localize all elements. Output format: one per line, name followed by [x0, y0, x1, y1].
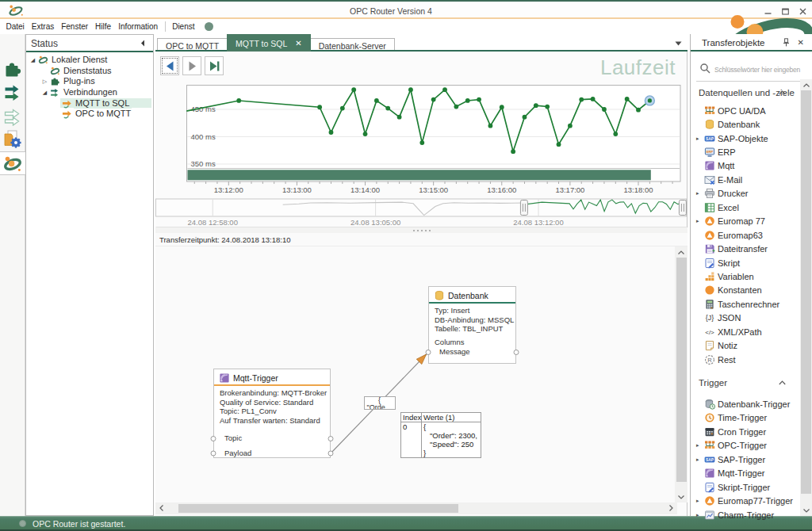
opcrouter-logo-icon[interactable] — [2, 154, 23, 174]
scroll-right-icon[interactable] — [665, 502, 677, 514]
tree-collapsed-icon[interactable]: ▷ — [41, 78, 48, 85]
tab-close-icon[interactable]: ✕ — [295, 39, 301, 52]
menu-information[interactable]: Information — [115, 21, 162, 33]
minimize-button[interactable] — [760, 6, 776, 17]
tree-item-verbindungen[interactable]: ◢Verbindungen — [26, 87, 153, 98]
transfer-object-sap-trigger[interactable]: ▸SAPSAP-Trigger — [691, 453, 800, 466]
node-header[interactable]: Datenbank — [429, 287, 515, 304]
scroll-up-icon[interactable] — [800, 79, 812, 90]
canvas-vertical-scrollbar[interactable] — [675, 246, 688, 502]
connections-light-icon[interactable] — [2, 106, 23, 127]
expand-icon[interactable]: ▸ — [696, 498, 699, 504]
section-header-trigger[interactable]: Trigger — [699, 376, 800, 391]
transfer-object-cron-trigger[interactable]: Cron Trigger — [691, 425, 800, 438]
tree-expanded-icon[interactable]: ◢ — [29, 57, 36, 63]
opc-icon — [704, 440, 715, 451]
service-config-icon[interactable] — [2, 129, 23, 150]
nav-back-button[interactable] — [160, 56, 179, 75]
collapse-panel-icon[interactable] — [140, 40, 145, 47]
close-panel-icon[interactable]: ✕ — [798, 38, 804, 47]
transfer-object-taschenrechner[interactable]: Taschenrechner — [691, 297, 800, 311]
panel-vertical-scrollbar[interactable] — [800, 79, 812, 516]
transfer-object-euromap63[interactable]: Euromap63 — [691, 228, 800, 242]
expand-icon[interactable]: ▸ — [696, 442, 699, 449]
canvas-horizontal-scrollbar[interactable] — [155, 502, 677, 514]
transfer-object-label: Euromap63 — [718, 231, 763, 240]
menu-fenster[interactable]: Fenster — [58, 21, 92, 33]
transfer-object-skript[interactable]: Skript — [691, 256, 800, 269]
transfer-object-datenbank[interactable]: Datenbank — [691, 117, 800, 131]
section-header-datenquellen[interactable]: Datenquellen und -ziele — [699, 86, 800, 101]
node-header[interactable]: Mqtt-Trigger — [214, 369, 330, 386]
dateitransfer-icon — [704, 243, 715, 254]
menu-datei[interactable]: Datei — [2, 21, 28, 33]
tab-datenbank-server[interactable]: Datenbank-Server — [310, 38, 395, 52]
transfer-object-mqtt-trigger[interactable]: Mqtt-Trigger — [691, 467, 800, 480]
port-payload[interactable]: Payload — [214, 449, 251, 457]
transfer-object-notiz[interactable]: Notiz — [691, 338, 800, 352]
tree-item-lokaler-dienst[interactable]: ◢Lokaler Dienst — [26, 55, 153, 66]
transfer-object-erp[interactable]: ERPERP — [691, 145, 800, 159]
transfer-object-charm-trigger[interactable]: ▸Charm-Trigger — [691, 508, 800, 521]
menu-extras[interactable]: Extras — [28, 21, 57, 33]
runtime-chart[interactable]: 450 ms400 ms350 ms13:12:0013:13:0013:14:… — [155, 79, 687, 198]
expand-icon[interactable]: ▸ — [696, 218, 699, 224]
search-box[interactable]: Schlüsselwörter hier eingeben — [696, 59, 800, 82]
pin-icon[interactable] — [783, 38, 790, 47]
nav-forward-button[interactable] — [182, 56, 201, 75]
close-button[interactable] — [795, 6, 811, 17]
horizontal-splitter[interactable] — [155, 227, 688, 233]
node-datenbank[interactable]: DatenbankTyp: InsertDB-Anbindung: MSSQLT… — [428, 286, 516, 364]
scroll-left-icon[interactable] — [155, 502, 167, 514]
tab-opc-to-mqtt[interactable]: OPC to MQTT — [157, 38, 228, 52]
transfer-object-xml-xpath[interactable]: </>XML/XPath — [691, 325, 800, 338]
transfer-object-variablen[interactable]: Variablen — [691, 269, 800, 283]
transfer-object-skript-trigger[interactable]: Skript-Trigger — [691, 480, 800, 494]
transfer-object-datenbank-trigger[interactable]: Datenbank-Trigger — [691, 397, 800, 411]
transfer-object-time-trigger[interactable]: Time-Trigger — [691, 411, 800, 425]
chevron-up-icon[interactable] — [779, 90, 786, 95]
menu-hilfe[interactable]: Hilfe — [92, 21, 115, 33]
menu-separator — [165, 21, 166, 32]
transfer-object-opc-ua-da[interactable]: OPC UA/DA — [691, 104, 800, 117]
connections-icon[interactable] — [2, 82, 23, 102]
tab-overflow-dropdown-icon[interactable] — [675, 41, 682, 46]
transfer-object-json[interactable]: {J}JSON — [691, 311, 800, 325]
node-accent-line — [429, 302, 515, 304]
transfer-object-opc-trigger[interactable]: ▸OPC-Trigger — [691, 439, 800, 453]
transfer-object-dateitransfer[interactable]: Dateitransfer — [691, 242, 800, 255]
connection-diagram-canvas[interactable]: Mqtt-TriggerBrokeranbindung: MQTT-Broker… — [155, 246, 675, 502]
chevron-up-icon[interactable] — [779, 380, 786, 385]
timeline-overview[interactable]: 24.08 12:58:0024.08 13:05:0024.08 13:12:… — [155, 197, 687, 227]
transfer-object-euromap-77[interactable]: ▸Euromap 77 — [691, 215, 800, 228]
port-topic[interactable]: Topic — [214, 434, 242, 442]
scroll-down-icon[interactable] — [800, 505, 812, 516]
transfer-object-e-mail[interactable]: E-Mail — [691, 173, 800, 186]
node-mqtt-trigger[interactable]: Mqtt-TriggerBrokeranbindung: MQTT-Broker… — [213, 369, 331, 458]
expand-icon[interactable]: ▸ — [696, 512, 699, 518]
transfer-object-euromap77-trigger[interactable]: ▸Euromap77-Trigger — [691, 494, 800, 507]
plugins-icon[interactable] — [2, 59, 23, 79]
tab-mqtt-to-sql[interactable]: MQTT to SQL✕ — [227, 34, 311, 52]
expand-icon[interactable]: ▸ — [696, 136, 699, 142]
maximize-button[interactable] — [777, 6, 794, 17]
tree-item-dienststatus[interactable]: Dienststatus — [26, 66, 153, 77]
transfer-object-drucker[interactable]: ▸Drucker — [691, 187, 800, 201]
expand-icon[interactable]: ▸ — [696, 457, 699, 463]
transfer-object-konstanten[interactable]: Konstanten — [691, 284, 800, 297]
transfer-object-rest[interactable]: RRest — [691, 353, 800, 366]
scroll-up-icon[interactable] — [675, 246, 688, 258]
scroll-down-icon[interactable] — [675, 491, 688, 502]
tree-expanded-icon[interactable]: ◢ — [41, 90, 48, 96]
port-message[interactable]: Message — [429, 347, 470, 356]
expand-icon[interactable]: ▸ — [696, 190, 699, 197]
titlebar[interactable]: OPC Router Version 4 — [0, 2, 812, 17]
transfer-object-excel[interactable]: Excel — [691, 201, 800, 214]
menu-dienst[interactable]: Dienst — [169, 21, 198, 33]
nav-last-button[interactable] — [205, 56, 224, 75]
transfer-object-mqtt[interactable]: Mqtt — [691, 159, 800, 173]
transfer-object-sap-objekte[interactable]: ▸SAPSAP-Objekte — [691, 132, 800, 145]
tree-item-mqtt-to-sql[interactable]: MQTT to SQL — [26, 97, 153, 109]
tree-item-plug-ins[interactable]: ▷Plug-ins — [26, 76, 153, 87]
tree-item-opc-to-mqtt[interactable]: OPC to MQTT — [26, 109, 153, 120]
